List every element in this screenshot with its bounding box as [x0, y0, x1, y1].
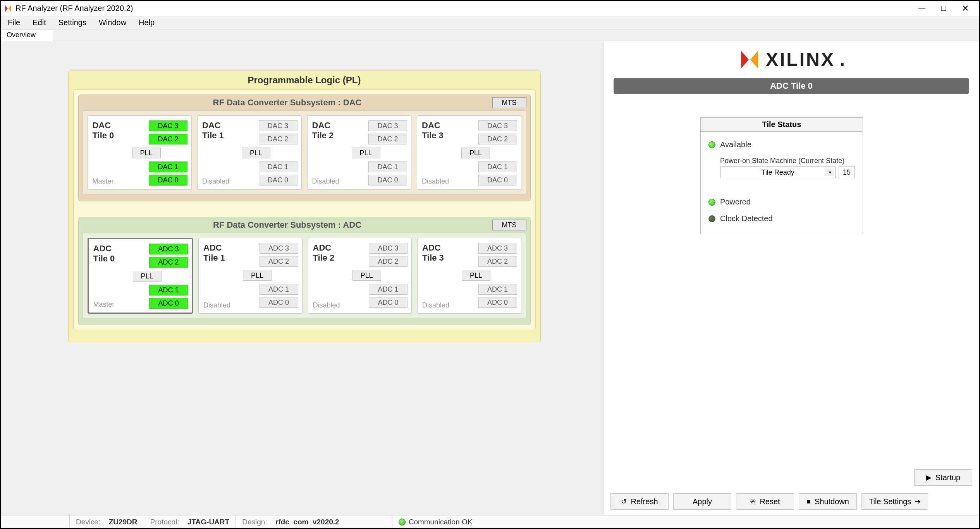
tile-name: DAC Tile 3: [422, 120, 456, 141]
pl-title: Programmable Logic (PL): [69, 71, 540, 89]
dac-tile-2[interactable]: DAC Tile 2 Disabled DAC 3 DAC 2 PLL DAC …: [307, 115, 412, 190]
dac-channel[interactable]: DAC 3: [368, 120, 407, 131]
tile-name: ADC Tile 1: [203, 243, 237, 263]
adc-channel[interactable]: ADC 2: [478, 256, 517, 267]
pll-button[interactable]: PLL: [462, 270, 490, 281]
dac-channel[interactable]: DAC 1: [478, 161, 517, 172]
dac-tile-0[interactable]: DAC Tile 0 Master DAC 3 DAC 2 PLL DAC 1 …: [88, 115, 192, 190]
adc-subsystem-title: RF Data Converter Subsystem : ADC: [83, 220, 492, 230]
led-powered-icon: [708, 199, 715, 206]
pll-button[interactable]: PLL: [352, 148, 380, 158]
adc-channel[interactable]: ADC 2: [149, 257, 188, 268]
tile-settings-button[interactable]: Tile Settings➔: [861, 493, 928, 510]
brand-logo: XILINX.: [603, 41, 979, 78]
reset-button[interactable]: ✳Reset: [736, 493, 794, 510]
adc-channel[interactable]: ADC 2: [369, 256, 407, 267]
startup-button[interactable]: ▶Startup: [914, 469, 972, 486]
tile-name: DAC Tile 2: [312, 120, 346, 141]
dac-channel[interactable]: DAC 2: [259, 134, 297, 144]
sb-design-label: Design:: [242, 518, 267, 526]
adc-channel[interactable]: ADC 1: [369, 284, 407, 295]
pll-button[interactable]: PLL: [242, 148, 270, 158]
arrow-right-icon: ➔: [915, 497, 921, 506]
sb-protocol-label: Protocol:: [150, 518, 179, 526]
adc-tile-2[interactable]: ADC Tile 2 Disabled ADC 3 ADC 2 PLL ADC …: [308, 238, 412, 314]
tile-status: Disabled: [202, 177, 236, 185]
menu-file[interactable]: File: [3, 17, 25, 29]
menubar: File Edit Settings Window Help: [1, 16, 979, 29]
dac-channel[interactable]: DAC 0: [478, 175, 517, 185]
adc-tile-3[interactable]: ADC Tile 3 Disabled ADC 3 ADC 2 PLL ADC …: [417, 238, 521, 314]
tile-status: Disabled: [422, 177, 456, 185]
pll-button[interactable]: PLL: [132, 148, 161, 158]
tile-status-box: Tile Status Available Power-on State Mac…: [700, 117, 863, 234]
maximize-button[interactable]: ☐: [933, 2, 954, 15]
refresh-button[interactable]: ↺Refresh: [610, 493, 669, 510]
adc-channel[interactable]: ADC 1: [260, 284, 298, 295]
state-machine-value[interactable]: [839, 167, 855, 178]
adc-mts-button[interactable]: MTS: [492, 220, 526, 230]
menu-help[interactable]: Help: [134, 17, 159, 29]
adc-tile-0[interactable]: ADC Tile 0 Master ADC 3 ADC 2 PLL ADC 1 …: [88, 238, 193, 314]
state-machine-select[interactable]: Tile Ready ▾: [720, 167, 836, 178]
dac-channel[interactable]: DAC 2: [149, 134, 187, 144]
pll-button[interactable]: PLL: [243, 270, 272, 281]
adc-channel[interactable]: ADC 0: [478, 297, 517, 308]
dac-channel[interactable]: DAC 2: [478, 134, 517, 144]
apply-button[interactable]: Apply: [673, 493, 731, 510]
dac-channel[interactable]: DAC 1: [368, 161, 407, 172]
clock-detected-label: Clock Detected: [720, 214, 773, 223]
dac-mts-button[interactable]: MTS: [492, 97, 526, 108]
dac-channel[interactable]: DAC 1: [259, 161, 297, 172]
adc-channel[interactable]: ADC 0: [369, 297, 407, 308]
xilinx-icon: [738, 49, 761, 70]
menu-window[interactable]: Window: [94, 17, 131, 29]
menu-settings[interactable]: Settings: [54, 17, 91, 29]
tab-overview[interactable]: Overview: [1, 30, 53, 41]
stop-icon: ■: [806, 498, 811, 506]
tile-name: DAC Tile 0: [93, 120, 127, 141]
adc-channel[interactable]: ADC 0: [149, 298, 188, 309]
dac-channel[interactable]: DAC 1: [149, 161, 187, 172]
shutdown-button[interactable]: ■Shutdown: [799, 493, 857, 510]
tile-status: Master: [93, 177, 127, 185]
sb-comm: Communication OK: [409, 518, 473, 526]
brand-text: XILINX: [766, 49, 835, 70]
tile-status: Disabled: [312, 177, 346, 185]
adc-channel[interactable]: ADC 3: [478, 243, 517, 254]
tile-name: ADC Tile 0: [93, 244, 127, 264]
adc-channel[interactable]: ADC 3: [369, 243, 407, 254]
tile-name: ADC Tile 3: [422, 243, 456, 263]
dac-channel[interactable]: DAC 0: [149, 175, 187, 185]
dac-channel[interactable]: DAC 0: [259, 175, 297, 185]
menu-edit[interactable]: Edit: [28, 17, 50, 29]
overview-panel: Programmable Logic (PL) RF Data Converte…: [1, 41, 603, 515]
dac-channel[interactable]: DAC 3: [259, 120, 297, 131]
adc-subsystem: RF Data Converter Subsystem : ADC MTS AD…: [78, 217, 531, 325]
dac-channel[interactable]: DAC 3: [478, 120, 517, 131]
adc-tile-1[interactable]: ADC Tile 1 Disabled ADC 3 ADC 2 PLL ADC …: [198, 238, 303, 314]
statusbar: Device: ZU29DR Protocol: JTAG-UART Desig…: [1, 515, 979, 528]
close-button[interactable]: ✕: [954, 2, 976, 15]
dac-tile-1[interactable]: DAC Tile 1 Disabled DAC 3 DAC 2 PLL DAC …: [197, 115, 302, 190]
adc-channel[interactable]: ADC 3: [149, 244, 188, 254]
adc-channel[interactable]: ADC 1: [478, 284, 517, 295]
dac-channel[interactable]: DAC 2: [368, 134, 407, 144]
dac-subsystem-title: RF Data Converter Subsystem : DAC: [83, 98, 492, 108]
adc-channel[interactable]: ADC 0: [260, 297, 298, 308]
led-comm-icon: [399, 519, 406, 526]
pll-button[interactable]: PLL: [133, 271, 162, 282]
adc-channel[interactable]: ADC 2: [260, 256, 298, 267]
programmable-logic-block: Programmable Logic (PL) RF Data Converte…: [68, 70, 541, 342]
dac-channel[interactable]: DAC 3: [149, 120, 187, 131]
adc-channel[interactable]: ADC 3: [260, 243, 298, 254]
tile-status: Disabled: [422, 301, 456, 309]
minimize-button[interactable]: —: [911, 2, 933, 15]
titlebar: RF Analyzer (RF Analyzer 2020.2) — ☐ ✕: [1, 1, 979, 16]
pll-button[interactable]: PLL: [461, 148, 490, 158]
adc-channel[interactable]: ADC 1: [149, 285, 188, 295]
pll-button[interactable]: PLL: [352, 270, 381, 281]
dac-tile-3[interactable]: DAC Tile 3 Disabled DAC 3 DAC 2 PLL DAC …: [417, 115, 521, 190]
dac-channel[interactable]: DAC 0: [368, 175, 407, 185]
sb-device: ZU29DR: [109, 518, 138, 526]
